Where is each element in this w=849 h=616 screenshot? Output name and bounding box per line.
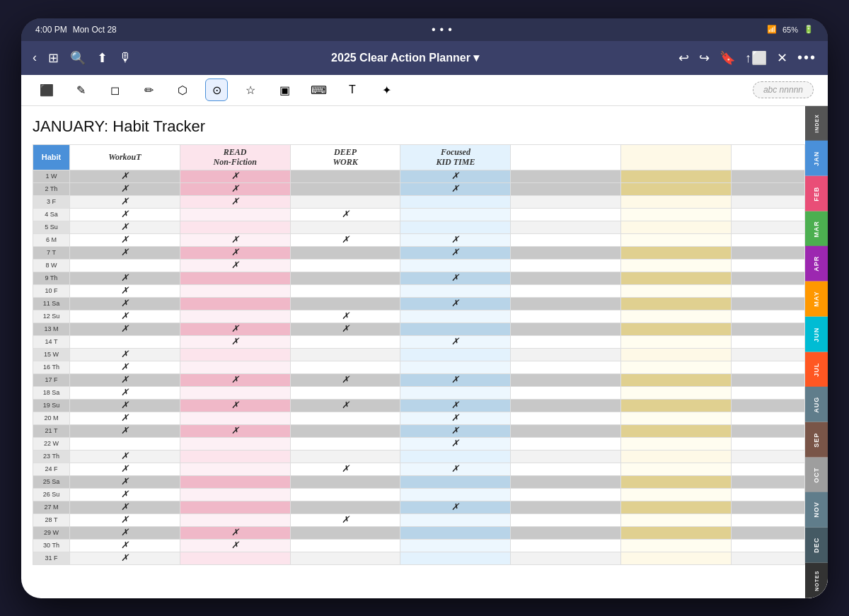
blank3-cell bbox=[732, 526, 805, 539]
export-icon[interactable]: ↑⬜ bbox=[745, 50, 767, 66]
workout-cell: ✗ bbox=[69, 513, 180, 526]
side-tab-apr[interactable]: APR bbox=[805, 246, 828, 281]
page-title: JANUARY: Habit Tracker bbox=[33, 117, 805, 136]
side-tab-oct[interactable]: OCT bbox=[805, 458, 828, 493]
side-tab-jan[interactable]: JAN bbox=[805, 141, 828, 176]
bookmark-icon[interactable]: 🔖 bbox=[720, 50, 735, 66]
side-tab-aug[interactable]: AUG bbox=[805, 387, 828, 422]
blank3-cell bbox=[732, 475, 805, 488]
deep-cell bbox=[290, 450, 400, 463]
dots-indicator: ••• bbox=[432, 23, 452, 36]
side-tab-mar[interactable]: MAR bbox=[805, 211, 828, 247]
day-cell: 14 T bbox=[33, 335, 70, 348]
focused-cell bbox=[400, 361, 511, 373]
battery-icon: 🔋 bbox=[804, 25, 814, 34]
mic-icon[interactable]: 🎙 bbox=[119, 50, 132, 65]
day-cell: 2 Th bbox=[33, 182, 70, 195]
deep-cell bbox=[290, 348, 400, 361]
blank2-cell bbox=[621, 475, 732, 488]
search-icon[interactable]: 🔍 bbox=[70, 50, 86, 66]
table-row: 8 W ✗ bbox=[33, 259, 805, 272]
deep-cell bbox=[290, 182, 400, 195]
side-tab-jun[interactable]: JUN bbox=[805, 317, 828, 352]
star-tool[interactable]: ☆ bbox=[239, 79, 262, 101]
blank3-cell bbox=[732, 399, 805, 412]
blank2-cell bbox=[621, 437, 732, 450]
side-tab-sep[interactable]: SEP bbox=[805, 422, 828, 458]
blank3-cell bbox=[732, 208, 805, 221]
table-row: 23 Th ✗ bbox=[33, 450, 805, 463]
table-row: 7 T ✗ ✗ ✗ bbox=[33, 246, 805, 259]
read-cell: ✗ bbox=[180, 195, 290, 208]
side-tab-index[interactable]: INDEX bbox=[805, 106, 828, 141]
table-row: 24 F ✗ ✗ ✗ bbox=[33, 463, 805, 475]
grid-icon[interactable]: ⊞ bbox=[48, 50, 59, 66]
focused-cell: ✗ bbox=[400, 373, 511, 386]
blank2-cell bbox=[621, 526, 732, 539]
day-cell: 26 Su bbox=[33, 488, 70, 501]
text-tool[interactable]: T bbox=[341, 79, 364, 101]
table-row: 17 F ✗ ✗ ✗ ✗ bbox=[33, 373, 805, 386]
selection-tool[interactable]: ⬛ bbox=[35, 79, 58, 101]
focused-cell bbox=[400, 221, 511, 233]
blank3-cell bbox=[732, 259, 805, 272]
keyboard-tool[interactable]: ⌨ bbox=[307, 79, 330, 101]
workout-cell: ✗ bbox=[69, 208, 180, 221]
blank3-cell bbox=[732, 412, 805, 424]
table-row: 9 Th ✗ ✗ bbox=[33, 272, 805, 284]
shape-tool[interactable]: ⬡ bbox=[171, 79, 194, 101]
read-cell bbox=[180, 361, 290, 373]
blank1-cell bbox=[511, 475, 621, 488]
blank2-cell bbox=[621, 322, 732, 335]
side-tab-nov[interactable]: NOV bbox=[805, 492, 828, 528]
undo-icon[interactable]: ↩ bbox=[678, 50, 689, 66]
close-icon[interactable]: ✕ bbox=[777, 50, 787, 66]
more-options-icon[interactable]: ••• bbox=[797, 50, 816, 66]
day-cell: 23 Th bbox=[33, 450, 70, 463]
table-row: 2 Th ✗ ✗ ✗ bbox=[33, 182, 805, 195]
side-tab-dec[interactable]: DEC bbox=[805, 528, 828, 563]
workout-cell bbox=[69, 437, 180, 450]
habit-table-body: 1 W ✗ ✗ ✗ 2 Th ✗ ✗ ✗ 3 F ✗ ✗ bbox=[33, 170, 805, 564]
wifi-icon: 📶 bbox=[767, 25, 777, 34]
blank1-cell bbox=[511, 195, 621, 208]
focused-cell bbox=[400, 513, 511, 526]
deep-cell bbox=[290, 475, 400, 488]
planner-content: JANUARY: Habit Tracker Habit WorkouT REA… bbox=[21, 106, 805, 598]
toolbar-left[interactable]: ‹ ⊞ 🔍 ⬆ 🎙 bbox=[33, 50, 132, 66]
toolbar-right[interactable]: ↩ ↪ 🔖 ↑⬜ ✕ ••• bbox=[678, 50, 816, 66]
blank2-cell bbox=[621, 463, 732, 475]
pen-tool[interactable]: ✎ bbox=[69, 79, 92, 101]
time-display: 4:00 PM bbox=[35, 25, 67, 35]
blank1-cell bbox=[511, 526, 621, 539]
redo-icon[interactable]: ↪ bbox=[699, 50, 710, 66]
magic-tool[interactable]: ✦ bbox=[375, 79, 398, 101]
deep-cell bbox=[290, 539, 400, 552]
blank3-cell bbox=[732, 437, 805, 450]
eraser-tool[interactable]: ◻ bbox=[103, 79, 126, 101]
workout-cell: ✗ bbox=[69, 373, 180, 386]
side-tab-notes[interactable]: NOTES bbox=[805, 563, 828, 598]
deep-cell bbox=[290, 361, 400, 373]
title-dropdown-icon[interactable]: ▾ bbox=[473, 51, 479, 64]
blank2-cell bbox=[621, 233, 732, 246]
blank3-cell bbox=[732, 501, 805, 513]
workout-cell: ✗ bbox=[69, 233, 180, 246]
blank2-cell bbox=[621, 335, 732, 348]
share-icon[interactable]: ⬆ bbox=[97, 50, 108, 66]
read-cell bbox=[180, 208, 290, 221]
side-tab-jul[interactable]: JUL bbox=[805, 352, 828, 388]
workout-cell: ✗ bbox=[69, 348, 180, 361]
side-tab-may[interactable]: MAY bbox=[805, 281, 828, 317]
lasso-tool[interactable]: ⊙ bbox=[205, 79, 228, 101]
read-cell: ✗ bbox=[180, 424, 290, 437]
back-icon[interactable]: ‹ bbox=[33, 50, 37, 65]
side-tab-feb[interactable]: FEB bbox=[805, 176, 828, 211]
pencil-tool[interactable]: ✏ bbox=[137, 79, 160, 101]
read-cell: ✗ bbox=[180, 373, 290, 386]
blank3-cell bbox=[732, 373, 805, 386]
blank2-cell bbox=[621, 488, 732, 501]
image-tool[interactable]: ▣ bbox=[273, 79, 296, 101]
focused-cell bbox=[400, 348, 511, 361]
workout-cell: ✗ bbox=[69, 310, 180, 322]
